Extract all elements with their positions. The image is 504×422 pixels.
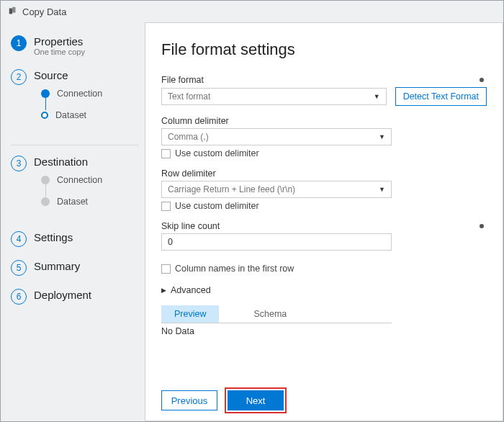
field-row-delimiter: Row delimiter Carriage Return + Line fee…: [161, 169, 487, 211]
step-number: 3: [11, 156, 27, 171]
substep-label: Dataset: [57, 197, 88, 207]
step-summary[interactable]: 5 Summary: [11, 260, 139, 276]
custom-row-delimiter-checkbox[interactable]: Use custom delimiter: [161, 201, 487, 211]
titlebar: Copy Data: [1, 1, 503, 22]
substep-dataset[interactable]: Dataset: [41, 110, 139, 120]
field-label: File format: [161, 75, 204, 85]
preview-schema-tabs: Preview Schema: [161, 305, 392, 323]
previous-button[interactable]: Previous: [161, 390, 217, 410]
step-number: 6: [11, 289, 27, 305]
step-number: 2: [11, 69, 27, 85]
checkbox-icon: [161, 149, 171, 158]
substep-connection[interactable]: Connection: [41, 175, 139, 185]
wizard-sidebar: 1 Properties One time copy 2 Source Conn…: [1, 22, 145, 421]
step-destination[interactable]: 3 Destination Connection Dataset: [11, 156, 139, 218]
tab-preview[interactable]: Preview: [161, 305, 219, 323]
wizard-footer: Previous Next: [161, 390, 284, 410]
skip-line-count-input[interactable]: [161, 233, 392, 251]
substep-dataset[interactable]: Dataset: [41, 197, 139, 207]
substep-dot-icon: [41, 112, 48, 119]
chevron-down-icon: ▼: [379, 133, 385, 140]
substep-connector: [45, 184, 47, 197]
detect-text-format-button[interactable]: Detect Text Format: [395, 87, 487, 106]
step-label: Deployment: [34, 289, 91, 301]
step-sublabel: One time copy: [34, 48, 85, 56]
select-value: Comma (,): [168, 132, 209, 142]
chevron-down-icon: ▼: [379, 186, 385, 193]
field-label: Skip line count: [161, 221, 220, 231]
step-label: Source: [34, 69, 139, 81]
file-format-select[interactable]: Text format ▼: [161, 88, 387, 105]
substep-label: Connection: [57, 89, 102, 99]
window-title: Copy Data: [22, 6, 66, 17]
svg-rect-0: [9, 8, 12, 14]
custom-column-delimiter-checkbox[interactable]: Use custom delimiter: [161, 148, 487, 158]
step-label: Settings: [34, 231, 73, 243]
page-title: File format settings: [161, 40, 487, 59]
column-delimiter-select[interactable]: Comma (,) ▼: [161, 128, 392, 145]
field-file-format: File format Text format ▼ Detect Text Fo…: [161, 75, 487, 106]
substep-label: Connection: [57, 175, 102, 185]
step-settings[interactable]: 4 Settings: [11, 231, 139, 247]
substep-connector: [45, 97, 47, 110]
copy-data-wizard: Copy Data 1 Properties One time copy 2 S…: [0, 0, 504, 422]
substep-dot-icon: [41, 197, 50, 206]
checkbox-icon: [161, 202, 171, 211]
info-icon[interactable]: [480, 78, 484, 82]
substep-connection[interactable]: Connection: [41, 89, 139, 99]
checkbox-label: Use custom delimiter: [175, 201, 259, 211]
step-properties[interactable]: 1 Properties One time copy: [11, 35, 139, 56]
divider: [11, 145, 139, 145]
checkbox-label: Use custom delimiter: [175, 148, 259, 158]
column-names-first-row-checkbox[interactable]: Column names in the first row: [161, 264, 487, 274]
no-data-message: No Data: [161, 326, 487, 336]
step-deployment[interactable]: 6 Deployment: [11, 289, 139, 305]
chevron-down-icon: ▼: [374, 93, 380, 100]
field-label: Row delimiter: [161, 169, 216, 179]
row-delimiter-select[interactable]: Carriage Return + Line feed (\r\n) ▼: [161, 181, 392, 198]
advanced-toggle[interactable]: ▶ Advanced: [161, 285, 487, 295]
step-number: 5: [11, 260, 27, 276]
main-panel: File format settings File format Text fo…: [145, 22, 503, 421]
checkbox-label: Column names in the first row: [175, 264, 294, 274]
field-column-delimiter: Column delimiter Comma (,) ▼ Use custom …: [161, 116, 487, 158]
field-skip-line-count: Skip line count: [161, 221, 487, 251]
next-button[interactable]: Next: [228, 390, 284, 410]
field-label: Column delimiter: [161, 116, 229, 126]
copy-icon: [8, 6, 18, 18]
select-value: Text format: [168, 91, 210, 102]
step-label: Destination: [34, 156, 139, 168]
info-icon[interactable]: [480, 224, 484, 228]
substep-label: Dataset: [55, 110, 86, 120]
select-value: Carriage Return + Line feed (\r\n): [168, 184, 295, 194]
svg-rect-1: [12, 6, 15, 12]
step-number: 4: [11, 231, 27, 247]
tab-schema[interactable]: Schema: [240, 305, 300, 323]
checkbox-icon: [161, 264, 171, 274]
advanced-label: Advanced: [171, 285, 211, 295]
step-label: Properties: [34, 35, 85, 48]
step-label: Summary: [34, 260, 80, 272]
step-number: 1: [11, 35, 27, 51]
chevron-right-icon: ▶: [161, 287, 166, 294]
step-source[interactable]: 2 Source Connection Dataset: [11, 69, 139, 132]
